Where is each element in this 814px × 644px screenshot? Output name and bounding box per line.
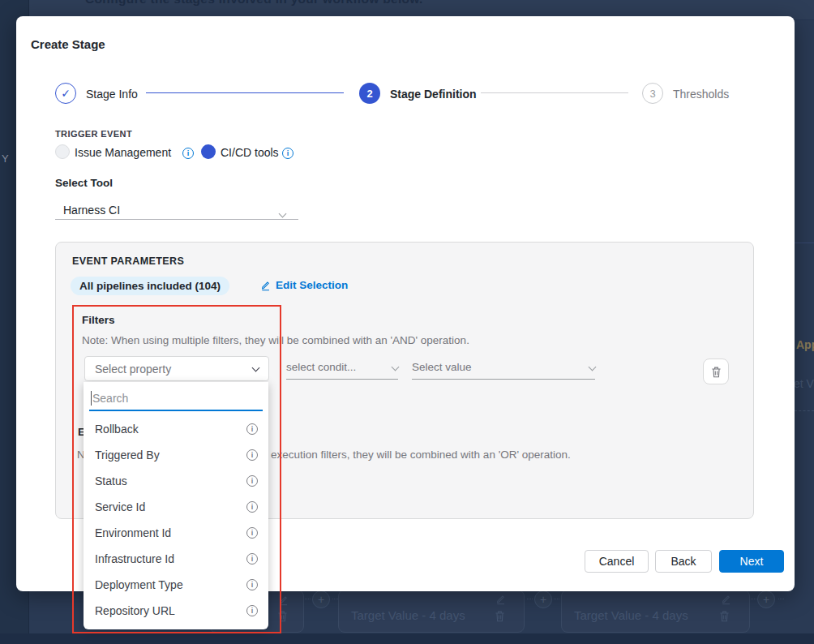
filters-heading: Filters <box>82 314 115 326</box>
background-connector-dash <box>795 410 814 411</box>
edit-pencil-icon <box>278 595 289 606</box>
info-icon-issue-management[interactable]: i <box>182 148 194 159</box>
stepper-step-stage-info[interactable]: ✓ <box>55 83 76 104</box>
event-parameters-heading: EVENT PARAMETERS <box>72 255 184 267</box>
background-divider <box>795 243 814 243</box>
filter-condition-select[interactable]: select condit... <box>286 361 398 380</box>
filter-condition-placeholder: select condit... <box>286 361 356 373</box>
plus-icon: + <box>763 593 769 606</box>
info-icon[interactable]: i <box>246 475 258 487</box>
check-icon: ✓ <box>61 87 71 100</box>
search-input[interactable] <box>89 386 263 411</box>
add-stage-button: + <box>312 590 330 608</box>
select-tool-dropdown[interactable]: Harness CI <box>63 204 120 217</box>
modal-title: Create Stage <box>31 37 105 51</box>
back-button[interactable]: Back <box>655 550 712 573</box>
stepper-label-thresholds[interactable]: Thresholds <box>673 88 729 101</box>
info-icon[interactable]: i <box>246 527 258 539</box>
info-icon[interactable]: i <box>246 553 258 565</box>
connector-dash <box>751 599 756 599</box>
filter-property-select[interactable]: Select property <box>84 356 269 381</box>
trash-icon <box>277 610 288 622</box>
workflow-card: Target Value - 4 days <box>338 590 525 633</box>
plus-icon: + <box>540 593 546 606</box>
sidebar-label-fragment: Y <box>2 152 9 165</box>
filter-property-placeholder: Select property <box>95 363 171 376</box>
step-number: 3 <box>649 88 655 100</box>
option-triggered-by[interactable]: Triggered By i <box>84 442 268 468</box>
edit-selection-label: Edit Selection <box>276 279 348 291</box>
option-rollback[interactable]: Rollback i <box>84 416 268 442</box>
option-service-id[interactable]: Service Id i <box>84 494 268 520</box>
edit-pencil-icon <box>495 594 506 605</box>
trash-icon <box>719 610 730 622</box>
add-stage-button: + <box>757 590 775 608</box>
property-options-list: Rollback i Triggered By i Status i Servi… <box>84 416 268 624</box>
add-stage-button: + <box>534 590 552 608</box>
pipelines-included-badge: All pipelines included (104) <box>71 277 229 295</box>
edit-pencil-icon <box>721 594 731 605</box>
connector-dash <box>305 599 311 599</box>
trash-icon <box>495 610 505 622</box>
stepper-step-thresholds[interactable]: 3 <box>642 83 663 104</box>
next-button[interactable]: Next <box>719 550 784 573</box>
option-status[interactable]: Status i <box>84 468 268 494</box>
filters-note: Note: When using multiple filters, they … <box>82 334 469 346</box>
edit-pencil-icon <box>260 280 271 291</box>
connector-dash <box>778 599 784 599</box>
radio-cicd-tools[interactable] <box>201 144 216 159</box>
workflow-card-label: Target Value - 4 days <box>574 608 688 622</box>
radio-label-issue-management[interactable]: Issue Management <box>75 146 171 159</box>
connector-dash <box>554 599 559 599</box>
edit-selection-link[interactable]: Edit Selection <box>260 279 348 291</box>
property-dropdown-menu: Rollback i Triggered By i Status i Servi… <box>84 382 268 629</box>
option-infrastructure-id[interactable]: Infrastructure Id i <box>84 546 268 572</box>
option-repository-url[interactable]: Repository URL i <box>84 598 268 624</box>
step-number: 2 <box>366 88 372 100</box>
info-icon-cicd-tools[interactable]: i <box>282 148 293 159</box>
filter-value-select[interactable]: Select value <box>412 361 595 380</box>
filter-value-placeholder: Select value <box>412 361 472 373</box>
select-tool-label: Select Tool <box>55 177 113 189</box>
workflow-card: Target Value - 4 days <box>561 590 750 633</box>
stepper-step-stage-definition[interactable]: 2 <box>359 83 380 104</box>
screen: Configure the stages involved in your wo… <box>0 0 814 644</box>
chevron-down-icon <box>392 363 400 371</box>
select-tool-underline <box>55 219 298 220</box>
stepper-connector <box>481 92 628 93</box>
workflow-card-label: Target Value - 4 days <box>351 608 465 622</box>
trash-icon <box>711 366 722 378</box>
connector-dash <box>332 599 338 599</box>
delete-filter-button[interactable] <box>703 358 729 384</box>
chevron-down-icon <box>252 363 260 371</box>
background-stage-label-fragment: App <box>796 338 814 351</box>
background-bottom-strip <box>0 633 814 644</box>
stepper-label-stage-definition[interactable]: Stage Definition <box>390 88 477 101</box>
background-banner-text: Configure the stages involved in your wo… <box>85 0 423 6</box>
execution-filters-note-fragment: execution filters, they will be combined… <box>271 449 571 461</box>
radio-issue-management[interactable] <box>55 144 70 159</box>
cancel-button[interactable]: Cancel <box>585 550 649 573</box>
plus-icon: + <box>318 593 324 606</box>
info-icon[interactable]: i <box>246 423 258 435</box>
option-environment-id[interactable]: Environment Id i <box>84 520 268 546</box>
option-deployment-type[interactable]: Deployment Type i <box>84 572 268 598</box>
info-icon[interactable]: i <box>246 501 258 513</box>
chevron-down-icon <box>589 363 597 371</box>
info-icon[interactable]: i <box>246 449 258 461</box>
background-card-label-fragment: et V <box>794 377 814 390</box>
info-icon[interactable]: i <box>246 579 258 590</box>
connector-dash <box>527 599 533 599</box>
text-cursor <box>91 391 92 406</box>
info-icon[interactable]: i <box>246 605 258 616</box>
trigger-event-label: TRIGGER EVENT <box>55 129 132 139</box>
radio-label-cicd-tools[interactable]: CI/CD tools <box>221 146 279 159</box>
stepper-connector <box>146 92 344 93</box>
stepper-label-stage-info[interactable]: Stage Info <box>86 88 138 101</box>
chevron-down-icon[interactable] <box>280 205 285 220</box>
